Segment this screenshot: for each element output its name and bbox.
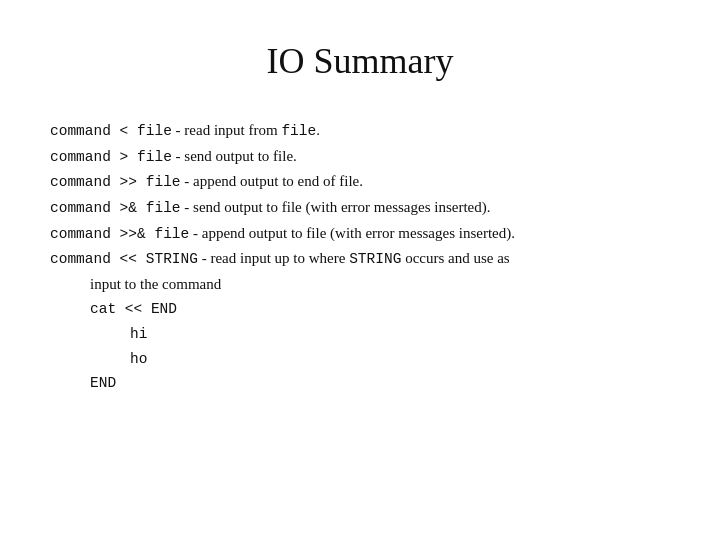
ref-6: STRING (349, 247, 401, 272)
cmd-4: command (50, 196, 111, 221)
example-block: cat << END hi ho END (90, 297, 670, 396)
example-line-2: hi (130, 322, 670, 347)
line-5: command >>& file - append output to file… (50, 221, 670, 247)
arg-3: file (146, 170, 181, 195)
cmd-6: command (50, 247, 111, 272)
ref-1: file (281, 119, 316, 144)
end-text: END (90, 371, 116, 396)
desc-1: - read input from (172, 118, 282, 144)
op-5: >>& (111, 222, 155, 247)
arg-6: STRING (146, 247, 198, 272)
op-6: << (111, 247, 146, 272)
desc-2: - send output to file. (172, 144, 297, 170)
line-continuation: input to the command (90, 272, 670, 298)
punct-1: . (316, 118, 320, 144)
op-1: < (111, 119, 137, 144)
line-2: command > file - send output to file. (50, 144, 670, 170)
desc-4: - send output to file (with error messag… (181, 195, 491, 221)
page-title: IO Summary (267, 40, 454, 82)
arg-1: file (137, 119, 172, 144)
op-3: >> (111, 170, 146, 195)
example-line-4: END (90, 371, 670, 396)
cmd-3: command (50, 170, 111, 195)
line-6: command << STRING - read input up to whe… (50, 246, 670, 272)
hi-text: hi (130, 322, 147, 347)
continuation-text: input to the command (90, 272, 221, 298)
cmd-5: command (50, 222, 111, 247)
op-4: >& (111, 196, 146, 221)
arg-2: file (137, 145, 172, 170)
arg-5: file (154, 222, 189, 247)
line-3: command >> file - append output to end o… (50, 169, 670, 195)
content-area: command < file - read input from file . … (50, 118, 670, 396)
example-line-3: ho (130, 347, 670, 372)
desc-6a: - read input up to where (198, 246, 349, 272)
cmd-2: command (50, 145, 111, 170)
ho-text: ho (130, 347, 147, 372)
arg-4: file (146, 196, 181, 221)
cmd-1: command (50, 119, 111, 144)
cat-cmd: cat << END (90, 297, 177, 322)
desc-6b: occurs and use as (401, 246, 509, 272)
example-line-1: cat << END (90, 297, 670, 322)
desc-3: - append output to end of file. (181, 169, 363, 195)
line-4: command >& file - send output to file (w… (50, 195, 670, 221)
desc-5: - append output to file (with error mess… (189, 221, 515, 247)
op-2: > (111, 145, 137, 170)
line-1: command < file - read input from file . (50, 118, 670, 144)
